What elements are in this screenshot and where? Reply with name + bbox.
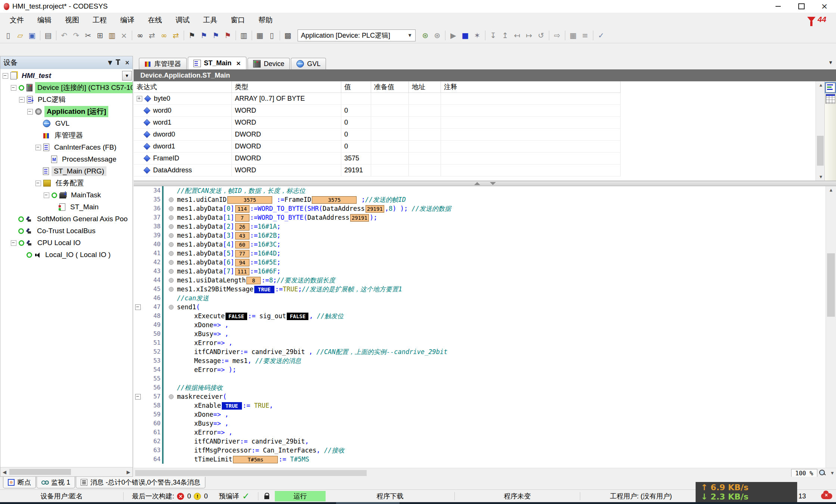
scroll-down-icon[interactable]: ▼ [829,469,836,477]
breakpoint-margin[interactable] [166,455,176,464]
code-line[interactable]: 37mes1.abyData[1]7:=WORD_TO_BYTE(DataAdd… [134,213,836,222]
bookmark-next-icon[interactable]: ⚑ [210,30,221,41]
breakpoint-margin[interactable] [166,240,176,249]
breakpoint-margin[interactable] [166,222,176,231]
code-line[interactable]: 47send1( [134,303,836,312]
code-line[interactable]: 40mes1.abyData[4]60:=16#3C; [134,240,836,249]
column-header[interactable]: 值 [341,81,371,93]
breakpoint-margin[interactable] [166,419,176,428]
breakpoint-margin[interactable] [166,249,176,258]
replace-icon[interactable]: ⇄ [146,30,158,41]
code-line[interactable]: 36mes1.abyData[0]114:=WORD_TO_BYTE(SHR(D… [134,204,836,213]
bottom-tab-watch[interactable]: 监视 1 [37,477,75,488]
table-row[interactable]: word1WORD0 [134,117,621,129]
paste-icon[interactable]: ▥ [106,30,118,41]
scrollbar-thumb[interactable] [827,253,835,317]
cell-value[interactable]: 29191 [341,165,371,176]
breakpoint-margin[interactable] [166,356,176,365]
cell-prepared-value[interactable] [371,165,409,176]
menu-item[interactable]: 文件 [3,15,31,25]
find-in-objects-icon[interactable]: ∞ [158,30,170,41]
menu-item[interactable]: 调试 [169,15,196,25]
new-file-icon[interactable]: ▯ [3,30,14,41]
expander-icon[interactable] [11,240,16,246]
table-row[interactable]: dword1DWORD0 [134,141,621,153]
code-line[interactable]: 41mes1.abyData[5]77:=16#4D; [134,249,836,258]
tree-item[interactable]: HMI_test▼ [0,70,133,82]
tree-item[interactable]: Local_IO ( Local IO ) [0,249,133,261]
expander-icon[interactable] [44,192,49,198]
breakpoint-margin[interactable] [166,338,176,347]
breakpoint-margin[interactable] [166,446,176,455]
cell-prepared-value[interactable] [371,141,409,152]
watch-table-vscrollbar[interactable]: ▲ ▼ [815,81,825,181]
st-code-editor[interactable]: 34//配置CAN发送，帧ID，数据，长度，标志位35mes1.udiCanID… [134,186,836,478]
cell-prepared-value[interactable] [371,117,409,128]
breakpoint-margin[interactable] [166,276,176,285]
open-project-icon[interactable]: ▱ [15,30,26,41]
tab-GVL[interactable]: GVL [291,58,326,69]
expand-icon[interactable] [137,96,142,101]
step-over-icon[interactable]: ↧ [488,30,499,41]
tree-item[interactable]: CPU Local IO [0,237,133,249]
stop-icon[interactable]: ■ [460,30,471,41]
code-line[interactable]: 64tTimeLimitT#5ms:= T#5MS [134,455,836,464]
code-line[interactable]: 43mes1.abyData[7]111:=16#6F; [134,267,836,276]
menu-item[interactable]: 编译 [114,15,141,25]
code-line[interactable]: 52itfCANDriver:= candrive_29bit , //CAN配… [134,347,836,356]
code-line[interactable]: 39mes1.abyData[3]43:=16#2B; [134,231,836,240]
delete-icon[interactable]: × [118,30,130,41]
paste-special-icon[interactable]: ▥ [238,30,249,41]
breakpoint-margin[interactable] [166,204,176,213]
breakpoint-margin[interactable] [166,258,176,267]
fold-collapse-icon[interactable] [135,304,141,310]
table-row[interactable]: FrameIDDWORD3575 [134,153,621,165]
breakpoint-settings-icon[interactable]: ✶ [472,30,483,41]
bookmark-previous-icon[interactable]: ⚑ [198,30,209,41]
panel-close-icon[interactable]: × [125,59,130,66]
breakpoint-margin[interactable] [166,410,176,419]
breakpoint-margin[interactable] [166,374,176,383]
column-header[interactable]: 地址 [409,81,441,93]
breakpoint-margin[interactable] [166,428,176,437]
cell-value[interactable] [341,93,371,104]
code-line[interactable]: 55 [134,374,836,383]
tree-item[interactable]: ProcessMessage [0,153,133,165]
minimize-button[interactable] [767,0,790,13]
magnifier-icon[interactable] [819,469,826,477]
code-line[interactable]: 51xError=> , [134,338,836,347]
code-line[interactable]: 35mes1.udiCanID3575 :=FrameID3575 ;//发送的… [134,195,836,204]
tree-item[interactable]: Application [运行] [0,106,133,118]
tab-ST_Main[interactable]: ST_Main× [188,57,246,69]
code-line[interactable]: 58xEnableTRUE:= TRUE, [134,401,836,410]
code-line[interactable]: 63itfMsgProcessor:= Can_InterFaces, //接收 [134,446,836,455]
save-icon[interactable]: ▣ [27,30,38,41]
breakpoint-margin[interactable] [166,392,176,401]
code-line[interactable]: 54eError=> ); [134,365,836,374]
menu-item[interactable]: 在线 [141,15,169,25]
editor-zoom-level[interactable]: 100 % [791,469,817,478]
start-icon[interactable]: ▶ [448,30,459,41]
breakpoint-margin[interactable] [166,195,176,204]
cell-prepared-value[interactable] [371,129,409,140]
breakpoint-margin[interactable] [166,285,176,294]
splitter-down-icon[interactable] [490,182,496,185]
breakpoint-margin[interactable] [166,329,176,338]
breakpoint-margin[interactable] [166,231,176,240]
table-row[interactable]: word0WORD0 [134,105,621,117]
scroll-right-icon[interactable]: ▶ [124,469,133,475]
code-line[interactable]: 49xDone=> , [134,320,836,329]
tree-item[interactable]: GVL [0,118,133,129]
maximize-button[interactable] [790,0,813,13]
panel-dropdown-icon[interactable]: ▼ [108,59,112,66]
cut-icon[interactable]: ✂ [83,30,94,41]
textual-view-icon[interactable] [826,83,835,93]
code-line[interactable]: 60xBusy=> , [134,419,836,428]
breakpoint-margin[interactable] [166,267,176,276]
code-line[interactable]: 57maskreceiver( [134,392,836,401]
input-assistant-icon[interactable]: ▩ [282,30,293,41]
code-hscrollbar[interactable] [135,470,367,476]
expander-icon[interactable] [35,181,41,186]
device-tree-hscrollbar[interactable]: ◀ ▶ [0,467,133,476]
code-line[interactable]: 59xDone=> , [134,410,836,419]
